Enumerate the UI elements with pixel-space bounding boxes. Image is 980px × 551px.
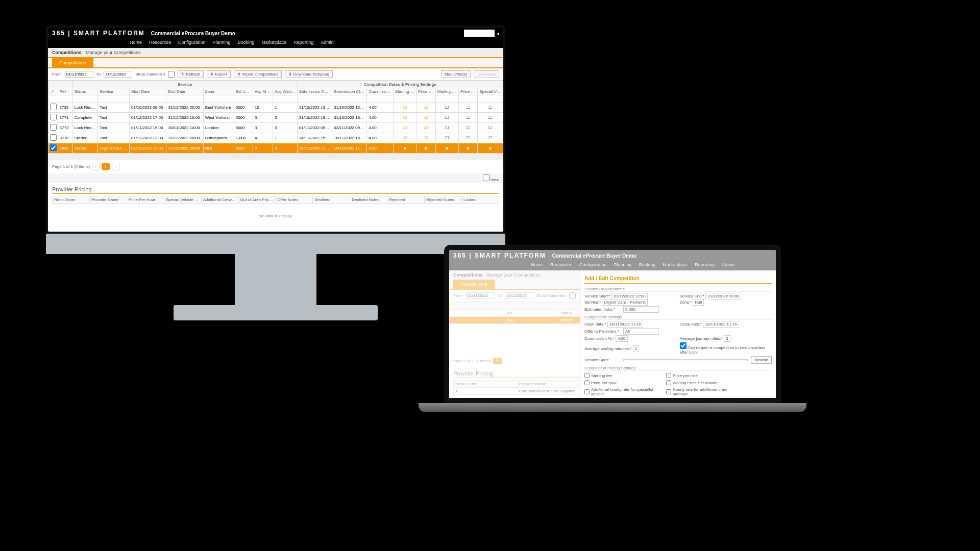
cell: Taxi [98, 113, 130, 123]
pcol-rank[interactable]: Rank Order [53, 196, 90, 204]
menu-configuration[interactable]: Configuration [178, 40, 206, 45]
pager-prev[interactable]: ‹ [92, 163, 100, 170]
menu-marketplace[interactable]: Marketplace [261, 40, 286, 45]
menu-planning[interactable]: Planning [213, 40, 231, 45]
commission-input[interactable]: 4.00 [616, 335, 628, 342]
filter-comm[interactable] [369, 97, 391, 101]
menu-reporting[interactable]: Reporting [293, 40, 313, 45]
filter-miles[interactable] [255, 97, 271, 101]
cell: 31/10/2022 18:45 [332, 113, 367, 123]
table-row[interactable]: 3739Lock Requi...Taxi01/10/2022 08:0031/… [48, 103, 503, 113]
col-special-rate[interactable]: Special Vehicle Hourly Rate [478, 88, 503, 95]
pcol-declined[interactable]: Declined [313, 196, 350, 204]
menu-resources[interactable]: Resources [149, 40, 171, 45]
col-starting-fee[interactable]: Starting Fee [393, 88, 416, 95]
col-jobs[interactable]: Est Jobs [234, 88, 253, 95]
pcol-rejected-notes[interactable]: Rejected Notes [425, 196, 462, 204]
header-search-input[interactable] [464, 30, 495, 37]
ck-specialist-rate[interactable] [584, 389, 590, 394]
browse-button[interactable]: Browse [751, 356, 772, 364]
service-select[interactable]: Urgent Care - Pediatric [602, 299, 648, 306]
ck-waiting-price[interactable] [666, 380, 671, 385]
filter-ref[interactable] [60, 97, 71, 101]
to-date-input[interactable] [104, 71, 132, 78]
col-status[interactable]: Status [72, 88, 98, 95]
menu-home[interactable]: Home [130, 40, 142, 45]
close-date-input[interactable]: 16/11/2022 11:16 [703, 321, 739, 328]
col-service[interactable]: Service [98, 88, 130, 95]
filter-service[interactable] [100, 97, 128, 101]
filter-status[interactable] [75, 97, 96, 101]
grid-scrollbar[interactable] [48, 154, 503, 160]
table-row[interactable]: 3778StartedTaxi01/12/2022 12:0031/12/202… [48, 133, 503, 143]
row-checkbox[interactable] [50, 144, 57, 151]
pcol-notes[interactable]: Offer Notes [276, 196, 313, 204]
cell: 31/12/2022 20:00 [166, 103, 203, 113]
ck-crew-rate[interactable] [666, 389, 671, 394]
col-zone[interactable]: Zone [203, 88, 234, 95]
table-row[interactable]: 3772Lock Requi...Taxi01/11/2022 15:0030/… [48, 123, 503, 133]
col-price-mile[interactable]: Price Per Mile [416, 88, 435, 95]
pcol-special[interactable]: Special Vehicle Hourly Rate [164, 196, 201, 204]
row-checkbox[interactable] [50, 114, 57, 120]
cell: 1,000 [234, 133, 253, 143]
reopen-checkbox[interactable] [680, 342, 687, 349]
table-row[interactable]: 3842StartedUrgent Care - Pediat...01/12/… [48, 143, 503, 154]
download-button[interactable]: Download [474, 70, 499, 78]
col-open[interactable]: Submission Open Date [297, 88, 332, 95]
close-date-label: Close date:* [680, 322, 702, 327]
menu-booking[interactable]: Booking [238, 40, 255, 45]
col-price-hour[interactable]: Price Per Hour [459, 88, 478, 95]
filter-jobs[interactable] [236, 97, 251, 101]
ck-price-hour[interactable] [584, 380, 590, 385]
view-checkbox[interactable] [483, 174, 489, 181]
add-edit-competition-modal: Add / Edit Competition Service Requireme… [580, 272, 776, 398]
export-button[interactable]: ⬇ Export [207, 70, 230, 78]
row-checkbox[interactable] [50, 124, 57, 131]
col-commission[interactable]: Commission % [367, 88, 394, 95]
pcol-price-hour[interactable]: Price Per Hour [127, 196, 164, 204]
pcol-locked[interactable]: Locked [461, 196, 499, 204]
col-close[interactable]: Submission Close Date [332, 88, 367, 95]
cell-checkbox: ☐ [478, 133, 503, 143]
pcol-crew[interactable]: Additional Crew Hourly Rate [201, 196, 238, 204]
ck-price-mile[interactable] [666, 373, 671, 378]
pcol-declined-notes[interactable]: Declined Notes [350, 196, 387, 204]
pcol-name[interactable]: Provider Name [89, 196, 127, 204]
row-checkbox[interactable] [50, 104, 57, 110]
avg-miles-input[interactable]: 3 [724, 335, 730, 342]
from-date-input[interactable] [65, 71, 93, 78]
zone-select[interactable]: Hull [693, 299, 704, 306]
col-start[interactable]: Start Date [130, 88, 166, 95]
max-offers-button[interactable]: Max Offer(s) [441, 70, 471, 78]
search-icon[interactable]: ◂ [497, 31, 499, 36]
pcol-ooa[interactable]: Out of Area Price Per Hour [238, 196, 276, 204]
import-button[interactable]: ⬆ Import Competitions [234, 70, 282, 78]
col-select[interactable]: ✓ [48, 88, 58, 95]
refresh-button[interactable]: ↻ Refresh [178, 70, 204, 78]
pcol-rejected[interactable]: Rejected [387, 196, 425, 204]
col-wait[interactable]: Avg Wait Mins [273, 88, 298, 95]
show-cancelled-checkbox[interactable] [168, 71, 175, 78]
col-miles[interactable]: Avg Miles [253, 88, 273, 95]
service-spec-input[interactable] [623, 359, 748, 361]
col-ref[interactable]: Ref [58, 88, 72, 95]
est-jobs-input[interactable]: 5,000 [623, 306, 659, 313]
filter-wait[interactable] [275, 97, 296, 101]
col-waiting-price[interactable]: Waiting Price Per Minute [435, 88, 458, 95]
row-checkbox[interactable] [50, 134, 57, 141]
pager-next[interactable]: › [112, 163, 119, 170]
ck-starting-fee[interactable] [584, 373, 590, 378]
download-template-button[interactable]: ⬇ Download Template [285, 70, 332, 78]
col-end[interactable]: End Date [166, 88, 203, 95]
offer-select[interactable]: All [623, 328, 659, 335]
tab-competitions[interactable]: Competitions [52, 58, 93, 67]
service-end-input[interactable]: 31/12/2022 20:00 [705, 293, 741, 299]
pager-current[interactable]: 1 [102, 163, 110, 170]
open-date-input[interactable]: 16/11/2022 11:10 [607, 321, 643, 328]
menu-admin[interactable]: Admin [321, 40, 334, 45]
cell-checkbox: ☐ [459, 113, 478, 123]
avg-wait-input[interactable]: 3 [633, 345, 639, 352]
table-row[interactable]: 3771CompleteTaxi01/12/2022 17:0031/12/20… [48, 113, 503, 123]
cell: Lock Requi... [72, 123, 98, 133]
